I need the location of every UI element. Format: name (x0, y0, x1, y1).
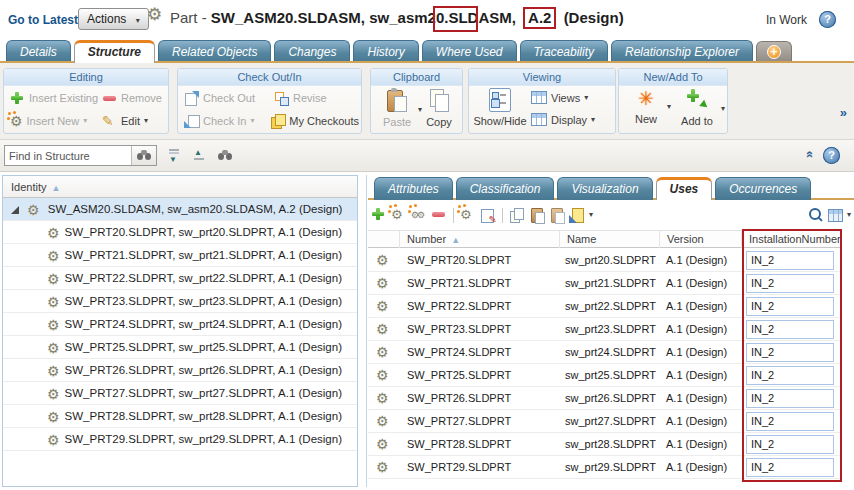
display-button[interactable]: Display (531, 113, 595, 126)
installation-number-cell[interactable]: IN_2 (746, 435, 834, 454)
tab-changes[interactable]: Changes (274, 40, 350, 63)
ribbon-group-clipboard: Clipboard Paste Copy (370, 68, 463, 134)
installation-number-cell[interactable]: IN_2 (746, 389, 834, 408)
insert-existing-button[interactable]: Insert Existing (8, 90, 100, 106)
collapse-all-icon[interactable] (168, 148, 181, 163)
table-row[interactable]: SW_PRT29.SLDPRTsw_prt29.SLDPRTA.1 (Desig… (368, 456, 842, 479)
edit-part-button[interactable] (460, 207, 476, 223)
identity-header-label: Identity (11, 181, 46, 193)
identity-column-header[interactable]: Identity (3, 176, 357, 198)
icon-column-header[interactable] (368, 231, 400, 248)
views-button[interactable]: Views (531, 91, 588, 104)
insert-new-part-button[interactable] (391, 207, 407, 223)
number-column-header[interactable]: Number (400, 231, 560, 248)
collapse-panel-chevron-icon[interactable] (801, 151, 816, 158)
installation-number-cell[interactable]: IN_2 (746, 366, 834, 385)
table-row[interactable]: SW_PRT27.SLDPRTsw_prt27.SLDPRTA.1 (Desig… (368, 410, 842, 433)
copy-button[interactable] (509, 207, 525, 223)
installation-number-cell[interactable]: IN_2 (746, 320, 834, 339)
column-settings-icon[interactable] (828, 209, 843, 222)
search-structure-icon[interactable] (218, 148, 234, 163)
part-gear-icon (376, 276, 389, 290)
go-to-latest-link[interactable]: Go to Latest (8, 13, 78, 27)
tree-item[interactable]: SW_PRT26.SLDPRT, sw_prt26.SLDPRT, A.1 (D… (3, 359, 357, 382)
actions-dropdown-button[interactable]: Actions (78, 8, 149, 30)
installation-number-cell[interactable]: IN_2 (746, 297, 834, 316)
tab-details[interactable]: Details (6, 40, 71, 63)
paste-special-button[interactable] (549, 207, 565, 223)
installation-number-cell[interactable]: IN_2 (746, 251, 834, 270)
installation-number-cell[interactable]: IN_2 (746, 343, 834, 362)
tree-item[interactable]: SW_PRT29.SLDPRT, sw_prt29.SLDPRT, A.1 (D… (3, 428, 357, 451)
check-in-button[interactable]: Check In (182, 113, 256, 129)
tree-item[interactable]: SW_PRT23.SLDPRT, sw_prt23.SLDPRT, A.1 (D… (3, 290, 357, 313)
version-column-header[interactable]: Version (660, 231, 742, 248)
paste-button[interactable]: Paste (376, 88, 418, 128)
cell-version: A.1 (Design) (666, 249, 727, 272)
tab-occurrences[interactable]: Occurrences (715, 177, 811, 200)
tree-item[interactable]: SW_PRT27.SLDPRT, sw_prt27.SLDPRT, A.1 (D… (3, 382, 357, 405)
tab-related-objects[interactable]: Related Objects (158, 40, 271, 63)
dropdown-caret-icon (667, 103, 671, 111)
search-table-icon[interactable] (808, 207, 824, 223)
table-row[interactable]: SW_PRT25.SLDPRTsw_prt25.SLDPRTA.1 (Desig… (368, 364, 842, 387)
tab-visualization[interactable]: Visualization (557, 177, 652, 200)
add-to-button[interactable]: Add to (673, 87, 721, 127)
add-tab-button[interactable] (756, 41, 792, 63)
tab-where-used[interactable]: Where Used (422, 40, 517, 63)
tree-item[interactable]: SW_PRT20.SLDPRT, sw_prt20.SLDPRT, A.1 (D… (3, 221, 357, 244)
copy-button[interactable]: Copy (419, 88, 459, 128)
remove-button[interactable]: Remove (100, 90, 164, 106)
tree-item[interactable]: SW_PRT25.SLDPRT, sw_prt25.SLDPRT, A.1 (D… (3, 336, 357, 359)
table-row[interactable]: SW_PRT24.SLDPRTsw_prt24.SLDPRTA.1 (Desig… (368, 341, 842, 364)
my-checkouts-button[interactable]: My Checkouts (268, 113, 361, 129)
find-in-structure-input[interactable] (5, 146, 131, 165)
tree-root-item[interactable]: SW_ASM20.SLDASM, sw_asm20.SLDASM, A.2 (D… (3, 198, 357, 221)
check-out-button[interactable]: Check Out (182, 90, 257, 106)
tree-item[interactable]: SW_PRT21.SLDPRT, sw_prt21.SLDPRT, A.1 (D… (3, 244, 357, 267)
table-row[interactable]: SW_PRT21.SLDPRTsw_prt21.SLDPRTA.1 (Desig… (368, 272, 842, 295)
table-row[interactable]: SW_PRT26.SLDPRTsw_prt26.SLDPRTA.1 (Desig… (368, 387, 842, 410)
find-button[interactable] (131, 146, 156, 165)
tree-item[interactable]: SW_PRT24.SLDPRT, sw_prt24.SLDPRT, A.1 (D… (3, 313, 357, 336)
table-row[interactable]: SW_PRT20.SLDPRTsw_prt20.SLDPRTA.1 (Desig… (368, 249, 842, 272)
insert-multiple-parts-button[interactable] (411, 207, 427, 223)
ribbon-overflow-chevron[interactable] (840, 105, 847, 120)
tab-history[interactable]: History (353, 40, 418, 63)
help-icon[interactable] (823, 147, 840, 164)
cell-version: A.1 (Design) (666, 433, 727, 456)
tab-uses[interactable]: Uses (656, 177, 713, 200)
tab-traceability[interactable]: Traceability (520, 40, 608, 63)
tree-item[interactable]: SW_PRT22.SLDPRT, sw_prt22.SLDPRT, A.1 (D… (3, 267, 357, 290)
tab-classification[interactable]: Classification (456, 177, 555, 200)
insert-replace-button[interactable] (569, 207, 585, 223)
tab-structure[interactable]: Structure (74, 40, 155, 63)
tab-relationship-explorer[interactable]: Relationship Explorer (611, 40, 753, 63)
paste-button[interactable] (529, 207, 545, 223)
help-icon[interactable] (819, 11, 836, 28)
insert-new-button[interactable]: Insert New (8, 113, 89, 129)
edit-attributes-button[interactable] (480, 207, 496, 223)
expand-all-icon[interactable] (193, 148, 206, 163)
edit-button[interactable]: Edit (100, 112, 150, 130)
add-row-button[interactable] (371, 207, 387, 223)
remove-row-button[interactable] (431, 207, 447, 223)
expand-collapse-icon[interactable] (11, 206, 19, 214)
part-gear-icon (27, 203, 40, 217)
revise-button[interactable]: Revise (272, 90, 329, 106)
table-row[interactable]: SW_PRT22.SLDPRTsw_prt22.SLDPRTA.1 (Desig… (368, 295, 842, 318)
cell-number: SW_PRT21.SLDPRT (407, 272, 511, 295)
show-hide-button[interactable]: Show/Hide (473, 87, 527, 127)
name-column-header[interactable]: Name (560, 231, 660, 248)
tab-attributes[interactable]: Attributes (374, 177, 453, 200)
tree-item[interactable]: SW_PRT28.SLDPRT, sw_prt28.SLDPRT, A.1 (D… (3, 405, 357, 428)
copy-pages-icon (426, 88, 452, 113)
new-button[interactable]: New (625, 87, 667, 125)
installation-number-cell[interactable]: IN_2 (746, 274, 834, 293)
installation-number-cell[interactable]: IN_2 (746, 412, 834, 431)
table-row[interactable]: SW_PRT28.SLDPRTsw_prt28.SLDPRTA.1 (Desig… (368, 433, 842, 456)
table-row[interactable]: SW_PRT23.SLDPRTsw_prt23.SLDPRTA.1 (Desig… (368, 318, 842, 341)
installation-number-cell[interactable]: IN_2 (746, 458, 834, 477)
cell-number: SW_PRT24.SLDPRT (407, 341, 511, 364)
installation-number-column-header[interactable]: InstallationNumber (742, 231, 841, 248)
